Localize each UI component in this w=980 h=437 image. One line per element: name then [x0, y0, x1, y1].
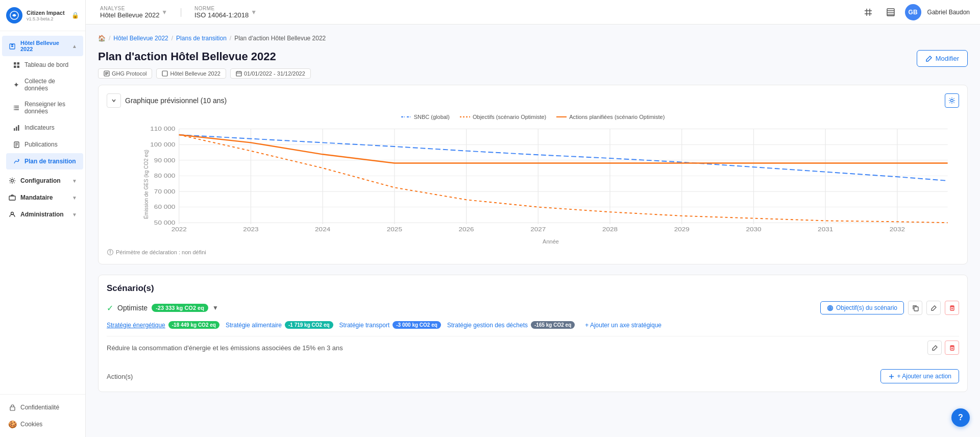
strategy-energetique-label: Stratégie énergétique [107, 322, 165, 329]
privacy-icon [8, 403, 16, 411]
sidebar-hotel-label: Hôtel Bellevue 2022 [20, 40, 68, 52]
sidebar-item-publications[interactable]: Publications [6, 136, 83, 153]
info-icon [107, 249, 114, 256]
config-chevron-icon: ▼ [72, 178, 77, 184]
add-action-button[interactable]: + Ajouter une action [880, 369, 959, 383]
scenario-delete-button[interactable] [945, 301, 959, 315]
chevron-down-icon [111, 98, 117, 104]
sidebar-item-configuration[interactable]: Configuration ▼ [2, 173, 83, 189]
sidebar-transition-label: Plan de transition [24, 158, 76, 165]
sidebar-item-tableau[interactable]: Tableau de bord [6, 57, 83, 73]
sidebar-sub-nav: Tableau de bord ✦ Collecte de données Re… [0, 57, 85, 169]
svg-text:70 000: 70 000 [154, 188, 176, 195]
chart-section: Graphique prévisionnel (10 ans) SNBC (gl… [98, 85, 968, 264]
breadcrumb-sep-3: / [230, 35, 231, 42]
strategy-edit-button[interactable] [927, 341, 942, 355]
actions-footer: Action(s) + Ajouter une action [107, 364, 959, 383]
tag-protocol[interactable]: GHG Protocol [98, 68, 152, 79]
tag-period[interactable]: 01/01/2022 - 31/12/2022 [230, 68, 311, 79]
analyse-selector[interactable]: ANALYSE Hôtel Bellevue 2022 ▼ [96, 4, 172, 21]
breadcrumb: 🏠 / Hôtel Bellevue 2022 / Plans de trans… [98, 35, 968, 42]
svg-rect-39 [162, 71, 167, 76]
strategy-transport[interactable]: Stratégie transport -3 000 kg CO2 eq [339, 321, 441, 329]
svg-text:2030: 2030 [746, 227, 761, 233]
transition-icon [12, 157, 20, 165]
tag-entity[interactable]: Hôtel Bellevue 2022 [156, 68, 226, 79]
breadcrumb-current: Plan d'action Hôtel Bellevue 2022 [234, 35, 326, 42]
help-button[interactable]: ? [951, 408, 970, 427]
grid-view-button[interactable] [860, 4, 876, 20]
norme-selector[interactable]: NORME ISO 14064-1:2018 ▼ [190, 4, 261, 21]
breadcrumb-plans[interactable]: Plans de transition [176, 35, 227, 42]
breadcrumb-sep-1: / [109, 35, 110, 42]
page-title: Plan d'action Hôtel Bellevue 2022 [98, 50, 311, 63]
scenario-objectives-button[interactable]: Objectif(s) du scénario [820, 301, 904, 314]
svg-rect-13 [14, 106, 15, 107]
book-icon [12, 140, 20, 149]
user-avatar[interactable]: GB [905, 4, 921, 20]
chart-toggle-button[interactable] [107, 93, 121, 108]
strategy-dechets[interactable]: Stratégie gestion des déchets -165 kg CO… [447, 321, 575, 329]
svg-text:2026: 2026 [459, 227, 474, 233]
app-logo: Citizen Impact v1.5.3-beta.2 🔒 [0, 0, 85, 31]
svg-rect-4 [11, 44, 12, 45]
sidebar-item-administration[interactable]: Administration ▼ [2, 206, 83, 223]
strategy-alimentaire[interactable]: Stratégie alimentaire -1 719 kg CO2 eq [226, 321, 333, 329]
scenario-name-block: ✓ Optimiste -23 333 kg CO2 eq ▼ [107, 303, 218, 313]
sidebar-item-mandataire[interactable]: Mandataire ▼ [2, 189, 83, 206]
svg-point-87 [110, 251, 110, 251]
sidebar-item-transition[interactable]: Plan de transition [6, 153, 83, 169]
modify-button[interactable]: Modifier [917, 50, 968, 67]
strategy-delete-button[interactable] [945, 341, 959, 355]
trash-icon [949, 305, 955, 311]
sidebar-item-cookies[interactable]: 🍪 Cookies [2, 416, 83, 432]
analyse-block: ANALYSE Hôtel Bellevue 2022 [100, 6, 159, 19]
svg-rect-3 [12, 46, 13, 47]
scenario-dropdown-button[interactable]: ▼ [212, 304, 218, 311]
svg-text:50 000: 50 000 [154, 220, 176, 226]
sidebar-indicateurs-label: Indicateurs [24, 124, 55, 131]
grid-icon [12, 61, 20, 69]
actions-label: Action(s) [107, 373, 133, 380]
svg-text:60 000: 60 000 [154, 204, 176, 210]
add-strategy-label: + Ajouter un axe stratégique [585, 322, 662, 329]
add-action-label: + Ajouter une action [897, 373, 951, 380]
scenario-label: Optimiste [117, 304, 148, 312]
sidebar-item-confidentialite[interactable]: Confidentialité [2, 399, 83, 416]
admin-chevron-icon: ▼ [72, 212, 77, 217]
chart-icon [12, 124, 20, 132]
main-area: ANALYSE Hôtel Bellevue 2022 ▼ | NORME IS… [86, 0, 980, 437]
svg-rect-15 [14, 109, 15, 110]
sidebar-item-renseigner[interactable]: Renseigner les données [6, 96, 83, 119]
breadcrumb-home[interactable]: 🏠 [98, 35, 106, 42]
chart-legend: SNBC (global) Objectifs (scénario Optimi… [107, 114, 959, 120]
chart-settings-button[interactable] [945, 93, 959, 108]
svg-rect-2 [11, 46, 12, 47]
breadcrumb-hotel[interactable]: Hôtel Bellevue 2022 [113, 35, 168, 42]
chart-x-label: Année [142, 238, 959, 245]
scenario-copy-button[interactable] [908, 301, 922, 315]
strategy-energetique[interactable]: Stratégie énergétique -18 449 kg CO2 eq [107, 321, 219, 329]
copy-icon [912, 305, 919, 311]
svg-text:2022: 2022 [172, 227, 187, 233]
scenario-actions: Objectif(s) du scénario [820, 301, 959, 315]
table-view-button[interactable] [883, 4, 899, 20]
svg-rect-91 [914, 307, 918, 311]
svg-text:2031: 2031 [818, 227, 833, 233]
scenario-edit-button[interactable] [926, 301, 941, 315]
svg-point-89 [828, 306, 831, 309]
admin-icon [8, 210, 16, 218]
strategies-bar: Stratégie énergétique -18 449 kg CO2 eq … [107, 321, 959, 329]
svg-rect-7 [17, 62, 19, 65]
svg-point-23 [11, 180, 14, 182]
page-tags: GHG Protocol Hôtel Bellevue 2022 01/01/2… [98, 68, 311, 79]
svg-rect-8 [14, 65, 16, 68]
sidebar-item-hotel[interactable]: Hôtel Bellevue 2022 ▲ [2, 36, 83, 56]
add-strategy-button[interactable]: + Ajouter un axe stratégique [585, 322, 662, 329]
strategy-transport-label: Stratégie transport [339, 322, 390, 329]
legend-snbc: SNBC (global) [401, 114, 450, 120]
sidebar-item-collecte[interactable]: ✦ Collecte de données [6, 74, 83, 96]
sidebar-item-indicateurs[interactable]: Indicateurs [6, 119, 83, 136]
svg-text:2027: 2027 [530, 227, 546, 233]
sparkle-icon: ✦ [12, 81, 20, 89]
